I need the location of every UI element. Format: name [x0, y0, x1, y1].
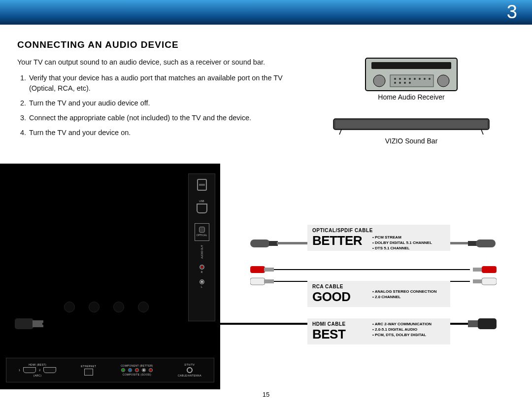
svg-rect-34 — [33, 320, 43, 327]
hdmi-cable-info: HDMI CABLE BEST • ARC 2-WAY COMMUNICATIO… — [307, 318, 450, 344]
svg-point-12 — [429, 78, 431, 80]
intro-text: Your TV can output sound to an audio dev… — [17, 57, 308, 67]
svg-point-11 — [424, 78, 426, 80]
hdmi-side-port-icon — [197, 204, 207, 213]
chapter-banner: 3 — [0, 0, 532, 25]
svg-rect-35 — [468, 320, 479, 327]
svg-rect-25 — [250, 266, 265, 273]
ethernet-port-icon — [84, 369, 93, 376]
svg-line-19 — [339, 130, 341, 135]
hdmi-connector-left-icon — [15, 316, 43, 331]
rca-l-port-icon — [200, 279, 204, 284]
connection-diagram: USB OPTICAL AUDIO OUT R L HDMI (BEST) 1 … — [0, 164, 532, 390]
svg-point-8 — [409, 78, 411, 80]
page-title: CONNECTING AN AUDIO DEVICE — [17, 39, 515, 50]
svg-point-6 — [399, 78, 401, 80]
svg-rect-28 — [264, 279, 274, 283]
rca-cable-line — [274, 269, 470, 270]
bullet: • 2.0-5.1 DIGITAL AUDIO — [372, 327, 432, 332]
step-item: Turn the TV and your device on. — [28, 128, 308, 137]
svg-rect-4 — [390, 75, 433, 87]
step-item: Turn the TV and your audio device off. — [28, 98, 308, 108]
rca-cable-info: RCA CABLE GOOD • ANALOG STEREO CONNECTIO… — [307, 281, 450, 307]
steps-list: Verify that your device has a audio port… — [17, 73, 308, 137]
svg-rect-26 — [264, 268, 274, 272]
svg-rect-1 — [371, 62, 451, 69]
receiver-illustration: Home Audio Receiver — [365, 57, 458, 101]
bullet: • PCM, DTS, DOLBY DIGITAL — [372, 332, 432, 338]
svg-rect-23 — [468, 241, 477, 246]
step-item: Verify that your device has a audio port… — [28, 73, 308, 93]
svg-rect-29 — [473, 268, 483, 272]
svg-line-20 — [481, 130, 483, 135]
cable-title: OPTICAL/SPDIF CABLE — [312, 228, 445, 233]
svg-point-5 — [394, 78, 396, 80]
composite-l-icon — [142, 368, 146, 372]
optical-connector-right-icon — [468, 237, 496, 250]
svg-point-3 — [437, 75, 449, 87]
svg-rect-24 — [476, 240, 496, 247]
svg-point-2 — [373, 75, 385, 87]
rca-connector-right-icon — [469, 265, 497, 287]
svg-rect-21 — [250, 240, 270, 247]
svg-rect-36 — [478, 318, 497, 329]
bullet: • PCM STREAM — [372, 235, 432, 240]
soundbar-label: VIZIO Sound Bar — [332, 137, 490, 145]
svg-rect-31 — [473, 279, 483, 283]
svg-rect-30 — [482, 266, 497, 273]
component-y-icon — [121, 368, 125, 372]
svg-rect-32 — [482, 278, 497, 285]
svg-point-9 — [414, 78, 416, 80]
page-number: 15 — [263, 391, 269, 398]
soundbar-illustration: VIZIO Sound Bar — [332, 111, 490, 145]
bullet: • 2.0 CHANNEL — [372, 294, 437, 300]
svg-rect-33 — [15, 318, 33, 329]
bullet: • ANALOG STEREO CONNECTION — [372, 289, 437, 294]
svg-point-16 — [409, 82, 411, 84]
optical-port-icon: OPTICAL — [195, 223, 209, 241]
side-port-panel: USB OPTICAL AUDIO OUT R L — [188, 173, 215, 321]
bullet: • DTS 5.1 CHANNEL — [372, 245, 432, 251]
hdmi-port-icon — [43, 367, 56, 373]
usb-label: USB — [199, 200, 204, 203]
tv-rear-panel: USB OPTICAL AUDIO OUT R L HDMI (BEST) 1 … — [0, 164, 220, 389]
audio-out-label: AUDIO OUT — [200, 245, 203, 259]
composite-r-icon — [149, 368, 153, 372]
svg-point-7 — [404, 78, 406, 80]
coax-port-icon — [187, 367, 193, 373]
bottom-port-panel: HDMI (BEST) 1 2 (ARC) ETHERNET COMPONENT… — [6, 358, 214, 382]
receiver-label: Home Audio Receiver — [365, 93, 458, 101]
rca-r-port-icon — [200, 265, 204, 270]
hdmi-port-icon — [23, 367, 36, 373]
bullet: • ARC 2-WAY COMMUNICATION — [372, 321, 432, 327]
svg-rect-27 — [250, 278, 265, 285]
component-pr-icon — [135, 368, 139, 372]
usb-port-icon — [197, 179, 207, 191]
svg-point-15 — [404, 82, 406, 84]
optical-cable-info: OPTICAL/SPDIF CABLE BETTER • PCM STREAM … — [307, 225, 450, 251]
step-item: Connect the appropriate cable (not inclu… — [28, 113, 308, 123]
hdmi-connector-right-icon — [468, 316, 497, 331]
svg-point-14 — [399, 82, 401, 84]
chapter-number: 3 — [507, 1, 517, 23]
bullet: • DOLBY DIGITAL 5.1 CHANNEL — [372, 240, 432, 245]
svg-rect-18 — [335, 120, 487, 128]
optical-connector-left-icon — [250, 237, 278, 250]
component-pb-icon — [128, 368, 132, 372]
rca-connector-left-icon — [250, 265, 278, 287]
svg-point-13 — [394, 82, 396, 84]
svg-point-10 — [419, 78, 421, 80]
